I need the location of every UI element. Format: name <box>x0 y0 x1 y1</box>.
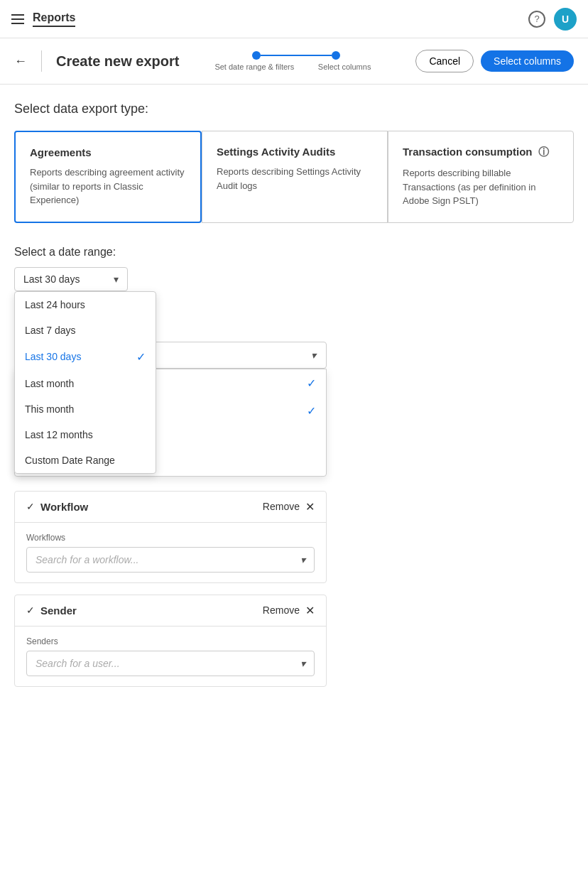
card-settings-desc: Reports describing Settings Activity Aud… <box>217 165 373 192</box>
card-transaction-desc: Reports describing billable Transactions… <box>403 166 559 208</box>
option-label: Custom Date Range <box>25 455 115 466</box>
date-range-menu: Last 24 hours Last 7 days Last 30 days ✓… <box>14 291 156 474</box>
header-divider <box>41 50 42 72</box>
back-button[interactable]: ← <box>14 54 27 69</box>
option-custom-date-range[interactable]: Custom Date Range <box>15 448 156 473</box>
date-range-section: Select a date range: Last 30 days ▾ Last… <box>14 246 574 291</box>
dropdown-arrow-icon: ▾ <box>114 273 119 285</box>
date-range-dropdown[interactable]: Last 30 days ▾ <box>14 267 128 291</box>
card-agreements-title: Agreements <box>30 146 186 158</box>
workflow-remove-label[interactable]: Remove <box>263 501 300 512</box>
checkmark-icon: ✓ <box>136 350 146 364</box>
card-settings-title: Settings Activity Audits <box>217 146 373 158</box>
workflow-filter-block: ✓ Workflow Remove ✕ Workflows Search for… <box>14 491 327 583</box>
app-title: Reports <box>33 11 75 27</box>
info-icon[interactable]: ⓘ <box>538 146 549 159</box>
avatar[interactable]: U <box>554 8 577 31</box>
checkmark-icon: ✓ <box>307 376 316 390</box>
export-type-heading: Select data export type: <box>14 102 574 116</box>
option-label: Last 30 days <box>25 351 81 362</box>
sender-close-icon[interactable]: ✕ <box>305 604 315 617</box>
workflow-search-placeholder: Search for a workflow... <box>36 554 139 565</box>
card-settings-activity-audits[interactable]: Settings Activity Audits Reports describ… <box>202 131 388 223</box>
sender-search-input[interactable]: Search for a user... ▾ <box>26 651 315 676</box>
option-label: This month <box>25 403 74 415</box>
sender-remove-label[interactable]: Remove <box>263 604 300 616</box>
workflow-close-icon[interactable]: ✕ <box>305 500 315 514</box>
option-this-month[interactable]: This month <box>15 396 156 422</box>
stepper: Set date range & filters Select columns <box>222 51 371 71</box>
hamburger-menu[interactable] <box>11 14 24 24</box>
page-title: Create new export <box>56 53 179 70</box>
option-last-12-months[interactable]: Last 12 months <box>15 422 156 448</box>
step2-label: Select columns <box>300 63 371 71</box>
step1-dot <box>252 51 261 60</box>
sender-dropdown-icon: ▾ <box>300 658 305 669</box>
card-transaction-title: Transaction consumption ⓘ <box>403 146 559 159</box>
sender-filter-block: ✓ Sender Remove ✕ Senders Search for a u… <box>14 595 327 687</box>
card-transaction-consumption[interactable]: Transaction consumption ⓘ Reports descri… <box>388 131 574 223</box>
option-last-7-days[interactable]: Last 7 days <box>15 318 156 343</box>
option-label: Last 12 months <box>25 429 93 440</box>
date-range-heading: Select a date range: <box>14 246 574 259</box>
card-agreements[interactable]: Agreements Reports describing agreement … <box>14 131 202 223</box>
select-columns-button[interactable]: Select columns <box>481 50 574 72</box>
option-last-30-days[interactable]: Last 30 days ✓ <box>15 343 156 371</box>
option-last-24-hours[interactable]: Last 24 hours <box>15 292 156 318</box>
checkmark-icon: ✓ <box>307 404 316 418</box>
option-label: Last month <box>25 378 74 389</box>
date-range-current-value: Last 30 days <box>23 273 80 285</box>
workflow-field-label: Workflows <box>26 533 315 543</box>
workflow-dropdown-icon: ▾ <box>300 554 305 565</box>
cancel-button[interactable]: Cancel <box>415 50 474 72</box>
sender-filter-title: Sender <box>40 604 77 617</box>
export-type-cards: Agreements Reports describing agreement … <box>14 131 574 223</box>
main-content: Select data export type: Agreements Repo… <box>0 85 588 721</box>
step2-dot <box>332 51 340 60</box>
sender-field-label: Senders <box>26 636 315 646</box>
workflow-filter-title: Workflow <box>40 501 88 513</box>
option-label: Last 24 hours <box>25 299 85 310</box>
filter-dropdown-arrow-icon: ▾ <box>311 349 316 361</box>
step1-label: Set date range & filters <box>214 63 300 71</box>
option-label: Last 7 days <box>25 325 76 336</box>
subheader: ← Create new export Set date range & fil… <box>0 38 588 85</box>
top-navigation: Reports ? U <box>0 0 588 38</box>
step-connector <box>261 55 332 56</box>
workflow-expand-icon[interactable]: ✓ <box>26 501 35 512</box>
option-last-month[interactable]: Last month <box>15 371 156 396</box>
card-agreements-desc: Reports describing agreement activity (s… <box>30 166 186 207</box>
date-range-dropdown-container: Last 30 days ▾ Last 24 hours Last 7 days… <box>14 267 128 291</box>
sender-search-placeholder: Search for a user... <box>36 658 120 669</box>
sender-expand-icon[interactable]: ✓ <box>26 604 35 616</box>
help-icon[interactable]: ? <box>528 11 545 28</box>
workflow-search-input[interactable]: Search for a workflow... ▾ <box>26 547 315 573</box>
